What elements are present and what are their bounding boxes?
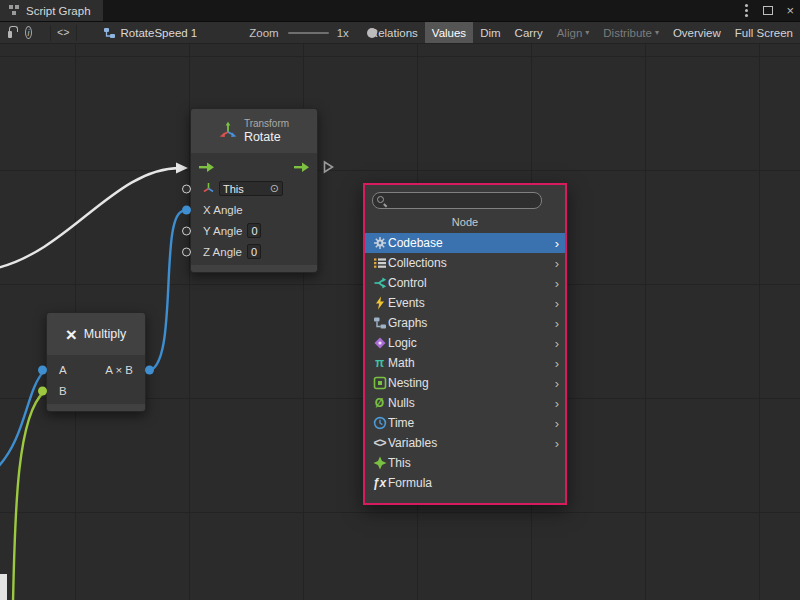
overview-button[interactable]: Overview	[666, 21, 728, 44]
distribute-dropdown[interactable]: Distribute ▾	[596, 21, 666, 44]
finder-item-label: Variables	[388, 436, 555, 450]
kebab-menu-icon[interactable]	[745, 9, 748, 12]
transform-icon	[219, 121, 237, 142]
z-angle-row: Z Angle 0	[191, 241, 317, 262]
finder-item-this[interactable]: This	[365, 453, 565, 473]
graphs-icon	[371, 316, 388, 330]
this-object-field[interactable]: This ⊙	[219, 181, 283, 196]
submenu-chevron-icon: ›	[555, 297, 561, 310]
nulls-icon: Ø	[371, 396, 388, 410]
x-angle-label: X Angle	[203, 204, 243, 216]
output-label: A × B	[105, 364, 133, 376]
formula-icon: ƒx	[371, 476, 388, 490]
finder-item-logic[interactable]: Logic ›	[365, 333, 565, 353]
flow-continue-icon	[323, 160, 334, 176]
finder-item-collections[interactable]: Collections ›	[365, 253, 565, 273]
finder-item-label: Codebase	[388, 236, 555, 250]
this-port[interactable]	[182, 184, 191, 193]
fullscreen-button[interactable]: Full Screen	[728, 21, 800, 44]
a-row: A A × B	[47, 359, 145, 380]
node-title: Rotate	[244, 130, 289, 144]
submenu-chevron-icon: ›	[555, 337, 561, 350]
node-header[interactable]: × Multiply	[47, 313, 145, 355]
finder-search-input[interactable]	[372, 192, 542, 209]
z-angle-port[interactable]	[182, 247, 191, 256]
graph-asset-icon	[103, 27, 116, 39]
finder-item-label: Formula	[388, 476, 561, 490]
logic-icon	[371, 336, 388, 350]
a-input-port[interactable]	[38, 365, 47, 374]
finder-item-nulls[interactable]: Ø Nulls ›	[365, 393, 565, 413]
align-dropdown[interactable]: Align ▾	[550, 21, 597, 44]
node-header[interactable]: Transform Rotate	[191, 109, 317, 153]
flow-output-port[interactable]	[294, 161, 309, 175]
finder-item-label: Collections	[388, 256, 555, 270]
collections-icon	[371, 256, 388, 270]
z-angle-field[interactable]: 0	[247, 244, 261, 259]
finder-item-graphs[interactable]: Graphs ›	[365, 313, 565, 333]
graph-toolbar: i <> RotateSpeed 1 Zoom 1x Relations Val…	[0, 21, 800, 44]
nesting-icon	[371, 376, 388, 390]
finder-item-formula[interactable]: ƒx Formula	[365, 473, 565, 493]
z-angle-label: Z Angle	[203, 246, 242, 258]
node-title: Multiply	[84, 327, 126, 341]
tab-script-graph[interactable]: Script Graph	[0, 0, 103, 21]
node-transform-rotate[interactable]: Transform Rotate This ⊙	[190, 108, 318, 273]
zoom-value: 1x	[337, 27, 349, 39]
align-label: Align	[557, 27, 583, 39]
zoom-label: Zoom	[249, 27, 278, 39]
lock-icon[interactable]	[8, 31, 12, 38]
search-icon	[377, 196, 384, 203]
finder-item-label: Math	[388, 356, 555, 370]
b-row: B	[47, 380, 145, 401]
carry-button[interactable]: Carry	[508, 21, 550, 44]
finder-item-events[interactable]: Events ›	[365, 293, 565, 313]
y-angle-port[interactable]	[182, 226, 191, 235]
finder-item-label: Time	[388, 416, 555, 430]
finder-item-time[interactable]: Time ›	[365, 413, 565, 433]
dropdown-arrow-icon: ▾	[655, 28, 659, 37]
finder-item-label: Graphs	[388, 316, 555, 330]
finder-item-nesting[interactable]: Nesting ›	[365, 373, 565, 393]
control-icon	[371, 276, 388, 290]
y-angle-row: Y Angle 0	[191, 220, 317, 241]
breadcrumb-label: RotateSpeed 1	[121, 27, 198, 39]
x-angle-row: X Angle	[191, 199, 317, 220]
dropdown-arrow-icon: ▾	[585, 28, 589, 37]
y-angle-label: Y Angle	[203, 225, 242, 237]
finder-header: Node	[365, 212, 565, 233]
a-label: A	[59, 364, 67, 376]
tab-label: Script Graph	[26, 5, 91, 17]
node-multiply[interactable]: × Multiply A A × B B	[46, 312, 146, 412]
zoom-slider[interactable]	[288, 32, 329, 34]
code-icon[interactable]: <>	[50, 25, 77, 41]
flow-ports-row	[191, 157, 317, 178]
finder-item-label: Nulls	[388, 396, 555, 410]
submenu-chevron-icon: ›	[555, 237, 561, 250]
flow-input-port[interactable]	[199, 161, 214, 175]
dim-button[interactable]: Dim	[473, 21, 507, 44]
axis-icon	[203, 182, 214, 195]
zoom-slider-handle[interactable]	[367, 28, 377, 38]
node-category: Transform	[244, 118, 289, 130]
finder-item-math[interactable]: π Math ›	[365, 353, 565, 373]
info-icon[interactable]: i	[25, 26, 32, 39]
graph-breadcrumb[interactable]: RotateSpeed 1	[103, 27, 198, 39]
submenu-chevron-icon: ›	[555, 277, 561, 290]
finder-item-control[interactable]: Control ›	[365, 273, 565, 293]
finder-item-label: Nesting	[388, 376, 555, 390]
y-angle-field[interactable]: 0	[247, 223, 261, 238]
close-icon[interactable]: ×	[786, 4, 794, 17]
finder-item-label: Events	[388, 296, 555, 310]
time-icon	[371, 416, 388, 430]
product-output-port[interactable]	[145, 365, 154, 374]
finder-item-variables[interactable]: <> Variables ›	[365, 433, 565, 453]
object-picker-icon[interactable]: ⊙	[270, 183, 279, 194]
b-input-port[interactable]	[38, 386, 47, 395]
values-button[interactable]: Values	[425, 21, 473, 44]
maximize-icon[interactable]	[763, 6, 773, 15]
submenu-chevron-icon: ›	[555, 257, 561, 270]
x-angle-port[interactable]	[182, 205, 191, 214]
this-icon	[371, 456, 388, 470]
finder-item-codebase[interactable]: Codebase ›	[365, 233, 565, 253]
